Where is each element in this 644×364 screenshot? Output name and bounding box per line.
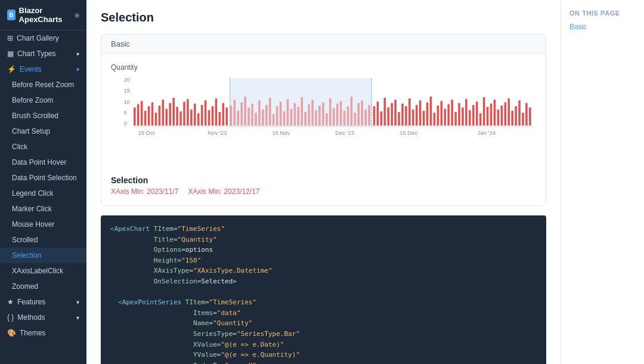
sidebar-label: Data Point Hover: [12, 158, 66, 166]
svg-rect-48: [287, 99, 289, 125]
sidebar-item-data-point-selection[interactable]: Data Point Selection: [0, 170, 86, 186]
code-block-1: <ApexChart TItem="TimeSeries" Title="Qua…: [101, 215, 546, 364]
svg-rect-85: [419, 100, 422, 125]
sidebar-item-before-reset-zoom[interactable]: Before Reset Zoom: [0, 77, 86, 92]
svg-rect-23: [197, 113, 200, 126]
sidebar-item-methods[interactable]: { } Methods ▾: [0, 310, 86, 325]
on-this-page-link-basic[interactable]: Basic: [569, 23, 636, 31]
sidebar-item-themes[interactable]: 🎨 Themes: [0, 325, 86, 341]
sidebar-item-brush-scrolled[interactable]: Brush Scrolled: [0, 108, 86, 124]
svg-rect-54: [308, 104, 310, 126]
svg-rect-43: [269, 98, 271, 126]
svg-rect-76: [387, 107, 389, 125]
sidebar-item-zoomed[interactable]: Zoomed: [0, 279, 86, 294]
sidebar-item-events[interactable]: ⚡ Events ▾: [0, 61, 86, 77]
sidebar-item-marker-click[interactable]: Marker Click: [0, 201, 86, 217]
svg-text:Dec '23: Dec '23: [335, 130, 354, 136]
chevron-icon: ▾: [76, 314, 79, 321]
xaxis-min-value: 2023/11/7: [147, 187, 178, 196]
palette-icon: 🎨: [7, 329, 16, 337]
xaxis-max: XAxis Min: 2023/12/17: [188, 187, 259, 196]
svg-rect-6: [137, 104, 140, 126]
svg-rect-71: [368, 105, 370, 126]
svg-rect-45: [276, 106, 278, 126]
page-title: Selection: [101, 11, 546, 24]
sidebar-item-legend-click[interactable]: Legend Click: [0, 186, 86, 201]
sidebar-label: Before Reset Zoom: [12, 81, 74, 89]
sidebar-label: Chart Setup: [12, 127, 50, 135]
main: Selection Basic Quantity 20 15 10 5 0: [86, 0, 644, 364]
svg-rect-49: [290, 109, 293, 125]
svg-rect-95: [454, 112, 457, 126]
card-body: Quantity 20 15 10 5 0: [101, 54, 546, 205]
svg-rect-97: [462, 107, 464, 125]
svg-rect-44: [273, 114, 275, 126]
svg-rect-38: [251, 104, 253, 126]
svg-rect-22: [194, 104, 196, 126]
svg-rect-86: [423, 111, 425, 126]
svg-rect-36: [244, 97, 246, 126]
svg-rect-109: [504, 103, 507, 126]
svg-rect-55: [311, 100, 314, 125]
svg-rect-78: [394, 100, 397, 125]
svg-text:15 Dec: 15 Dec: [400, 130, 418, 136]
selection-values: XAxis Min: 2023/11/7 XAxis Min: 2023/12/…: [111, 187, 536, 196]
svg-text:Nov '23: Nov '23: [208, 130, 227, 136]
svg-rect-113: [518, 100, 521, 125]
sidebar-item-mouse-hover[interactable]: Mouse Hover: [0, 217, 86, 232]
sidebar-label: Click: [12, 143, 27, 151]
content-area: Selection Basic Quantity 20 15 10 5 0: [86, 0, 644, 364]
svg-rect-28: [215, 98, 218, 126]
svg-rect-105: [490, 104, 493, 126]
svg-rect-57: [318, 106, 321, 126]
svg-rect-42: [265, 105, 268, 126]
svg-rect-14: [166, 109, 168, 125]
svg-rect-61: [333, 108, 335, 125]
sidebar-item-chart-gallery[interactable]: ⊞ Chart Gallery: [0, 30, 86, 46]
svg-rect-9: [148, 106, 150, 126]
sidebar-label: Chart Types: [17, 50, 55, 58]
sidebar-item-chart-setup[interactable]: Chart Setup: [0, 124, 86, 139]
sidebar-label: Mouse Hover: [12, 220, 54, 229]
svg-rect-17: [176, 107, 178, 125]
svg-rect-19: [183, 101, 185, 125]
sidebar-item-scrolled[interactable]: Scrolled: [0, 232, 86, 248]
svg-rect-63: [340, 101, 342, 125]
sidebar-item-click[interactable]: Click: [0, 139, 86, 155]
svg-rect-116: [529, 107, 531, 125]
svg-rect-29: [219, 112, 221, 126]
svg-rect-20: [187, 99, 189, 125]
sidebar-item-selection[interactable]: Selection: [0, 248, 86, 263]
svg-rect-68: [358, 103, 360, 126]
svg-rect-12: [159, 106, 161, 126]
on-this-page-title: ON THIS PAGE: [569, 10, 636, 17]
bars-left: [134, 98, 228, 126]
svg-rect-110: [507, 98, 510, 126]
code-icon: { }: [7, 313, 14, 322]
sidebar-label: Before Zoom: [12, 96, 53, 104]
sidebar-item-xaxis-label-click[interactable]: XAxisLabelClick: [0, 263, 86, 279]
svg-rect-21: [190, 109, 193, 125]
svg-rect-72: [373, 106, 376, 126]
svg-text:5: 5: [123, 110, 126, 116]
sidebar-item-features[interactable]: ★ Features ▾: [0, 294, 86, 310]
svg-rect-16: [172, 98, 175, 126]
sidebar-label: Scrolled: [12, 236, 38, 244]
selection-section: Selection XAxis Min: 2023/11/7 XAxis Min…: [111, 175, 536, 196]
sidebar-item-before-zoom[interactable]: Before Zoom: [0, 92, 86, 108]
svg-rect-46: [280, 101, 282, 125]
sidebar-label: Brush Scrolled: [12, 112, 58, 120]
chart-container: 20 15 10 5 0: [111, 75, 536, 171]
sidebar-item-data-point-hover[interactable]: Data Point Hover: [0, 155, 86, 170]
sidebar-item-chart-types[interactable]: ▦ Chart Types ▾: [0, 46, 86, 61]
sidebar-label: Data Point Selection: [12, 174, 77, 182]
svg-rect-39: [255, 113, 257, 126]
sidebar-label: Methods: [17, 313, 45, 322]
svg-rect-93: [447, 104, 450, 126]
github-icon[interactable]: ⎈: [75, 10, 79, 20]
svg-rect-102: [479, 113, 482, 126]
barchart-icon: ▦: [7, 50, 14, 58]
chart-svg: 20 15 10 5 0: [111, 75, 536, 153]
svg-rect-107: [497, 109, 500, 125]
sidebar-label: Legend Click: [12, 189, 53, 198]
